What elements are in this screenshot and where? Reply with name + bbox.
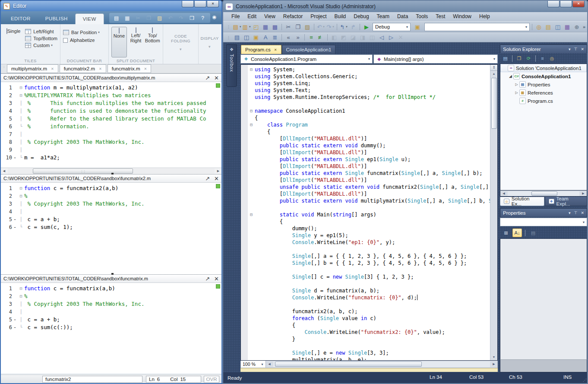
close-icon[interactable] xyxy=(581,47,584,51)
left-right-tile-button[interactable]: Left/Right xyxy=(25,29,57,34)
find-in-files-icon[interactable]: ◎ xyxy=(534,22,543,31)
extension-manager-icon[interactable]: ⊕ xyxy=(572,22,581,31)
new-project-icon[interactable]: ▤▾ xyxy=(233,22,241,31)
close-tab-icon[interactable] xyxy=(99,67,102,71)
member-list-icon[interactable]: ▤ xyxy=(233,33,241,42)
pane-titlebar[interactable]: C:\WORK\OPPORTUNITIES\TOTAL_CODER\sandbo… xyxy=(1,275,221,283)
menu-tools[interactable]: Tools xyxy=(412,12,432,21)
types-dropdown[interactable]: ❖ ConsoleApplication1.Program xyxy=(240,54,373,63)
scroll-left-icon[interactable] xyxy=(500,192,507,195)
fold-toggle-icon[interactable]: ⊟ xyxy=(18,285,24,292)
clear-bookmarks-icon[interactable]: ✕ xyxy=(396,33,405,42)
custom-tile-button[interactable]: Custom▾ xyxy=(25,43,57,48)
close-pane-icon[interactable] xyxy=(214,75,219,81)
minimize-button[interactable] xyxy=(547,1,560,7)
view-code-icon[interactable]: ≡ xyxy=(538,54,547,62)
save-icon[interactable]: ▦ xyxy=(124,15,131,22)
scrollbar-thumb[interactable] xyxy=(33,168,133,174)
toolbox-tab[interactable]: ❖ Toolbox xyxy=(226,44,237,87)
vertical-scrollbar[interactable] xyxy=(490,65,497,360)
expander-icon[interactable] xyxy=(514,91,519,95)
scroll-right-icon[interactable] xyxy=(215,169,221,173)
top-bottom-tile-button[interactable]: Top/Bottom xyxy=(25,36,57,41)
menu-edit[interactable]: Edit xyxy=(243,12,260,21)
scroll-up-icon[interactable] xyxy=(490,71,497,77)
paste-icon[interactable]: ▨ xyxy=(303,22,312,31)
tree-item-references[interactable]: ▦References xyxy=(500,89,587,97)
new-script-icon[interactable]: ▤ xyxy=(113,15,120,22)
menu-file[interactable]: File xyxy=(228,12,243,21)
scroll-right-icon[interactable] xyxy=(490,362,497,366)
splitter-handle[interactable] xyxy=(111,273,114,275)
single-tile-button[interactable]: Single xyxy=(3,27,23,57)
properties-titlebar[interactable]: Properties xyxy=(500,208,587,217)
menu-project[interactable]: Project xyxy=(307,12,330,21)
fold-toggle-icon[interactable]: ⊟ xyxy=(18,92,24,99)
menu-help[interactable]: Help xyxy=(475,12,494,21)
uncomment-icon[interactable]: ≢ xyxy=(316,33,325,42)
fold-toggle-icon[interactable]: ⊟ xyxy=(248,66,255,73)
help-icon[interactable]: ? xyxy=(199,15,206,22)
fold-toggle-icon[interactable]: ⊟ xyxy=(248,108,255,114)
redo-icon[interactable]: ↷▾ xyxy=(326,22,335,31)
show-all-files-icon[interactable]: ❐ xyxy=(515,54,523,62)
scrollbar-thumb[interactable] xyxy=(491,78,497,129)
properties-window-icon[interactable]: ▤ xyxy=(544,22,553,31)
cut-icon[interactable]: ✂ xyxy=(284,22,293,31)
close-button[interactable] xyxy=(572,1,585,7)
document-tab-program-cs[interactable]: Program.cs xyxy=(241,45,281,54)
ribbon-tab-view[interactable]: VIEW xyxy=(75,13,104,24)
solution-explorer-titlebar[interactable]: Solution Explorer xyxy=(500,44,587,53)
panel-tab-solution-explorer[interactable]: ◎Solution Ex... xyxy=(500,197,544,206)
navigate-backward-icon[interactable]: ↰▾ xyxy=(339,22,348,31)
scroll-left-icon[interactable] xyxy=(1,169,7,173)
function-indicator-field[interactable]: funcmatrix2 xyxy=(42,376,142,383)
fold-toggle-icon[interactable]: ⊟ xyxy=(248,211,255,218)
parameter-info-icon[interactable]: ◫ xyxy=(242,33,251,42)
fold-toggle-icon[interactable]: ⊟ xyxy=(18,184,24,192)
indent-guides-icon[interactable]: ≣ xyxy=(271,33,279,42)
previous-bookmark-doc-icon[interactable]: ◁ xyxy=(377,33,386,42)
expander-icon[interactable] xyxy=(508,74,513,78)
menu-debug[interactable]: Debug xyxy=(350,12,373,21)
maximize-button[interactable] xyxy=(560,1,572,7)
paste-icon[interactable]: ▨ xyxy=(156,15,163,22)
menu-view[interactable]: View xyxy=(260,12,279,21)
split-none-button[interactable]: None xyxy=(111,27,127,57)
members-dropdown[interactable]: ◆ Main(string[] args) xyxy=(373,54,498,63)
compare-icon[interactable]: ❒ xyxy=(189,15,196,22)
matlab-titlebar[interactable]: ✎ Editor xyxy=(1,1,221,11)
split-top-bottom-button[interactable]: Top/ Bottom xyxy=(145,27,160,57)
open-file-icon[interactable]: ◰ xyxy=(252,22,260,31)
scrollbar-thumb[interactable] xyxy=(531,191,557,196)
drag-handle[interactable] xyxy=(2,65,5,72)
navigate-forward-icon[interactable]: ↱ xyxy=(349,22,357,31)
code-area[interactable]: 1⊟function m = multiplymatrix(a1, a2)2⊟%… xyxy=(1,82,221,168)
properties-grid[interactable] xyxy=(500,238,587,359)
class-view-icon[interactable]: ◎ xyxy=(548,54,556,62)
alphabetize-checkbox[interactable]: Alphabetize xyxy=(63,38,106,43)
quick-info-icon[interactable]: ▣ xyxy=(252,33,260,42)
expander-icon[interactable] xyxy=(514,83,519,86)
object-dropdown[interactable] xyxy=(500,218,587,226)
bar-position-button[interactable]: Bar Position▾ xyxy=(63,30,106,35)
panel-tab-team-explorer[interactable]: ❖Team Expl... xyxy=(545,197,587,206)
pane-titlebar[interactable]: C:\WORK\OPPORTUNITIES\TOTAL_CODER\sandbo… xyxy=(1,175,221,183)
menu-data[interactable]: Data xyxy=(393,12,412,21)
common-actions-icon[interactable]: ◉ xyxy=(210,13,219,21)
close-pane-icon[interactable] xyxy=(214,276,219,282)
copy-icon[interactable]: ❐ xyxy=(145,15,152,22)
object-browser-icon[interactable]: ▦ xyxy=(563,22,572,31)
scroll-left-icon[interactable] xyxy=(266,362,273,366)
splitter-handle[interactable] xyxy=(111,173,114,175)
copy-icon[interactable]: ❐ xyxy=(294,22,302,31)
window-menu-icon[interactable] xyxy=(569,47,571,51)
package-icon[interactable]: ▣ xyxy=(413,22,422,31)
fold-toggle-icon[interactable]: ⊟ xyxy=(18,292,24,300)
redo-icon[interactable]: ↷ xyxy=(178,15,185,22)
categorized-icon[interactable]: ⊞ xyxy=(501,228,511,237)
undo-icon[interactable]: ↶▾ xyxy=(316,22,325,31)
toolbar-grip[interactable] xyxy=(227,35,230,40)
code-area[interactable]: 1⊟function c = funcmatrix2(a,b)2⊟%3│ % C… xyxy=(1,183,221,274)
fold-toggle-icon[interactable]: ⊟ xyxy=(18,84,24,92)
